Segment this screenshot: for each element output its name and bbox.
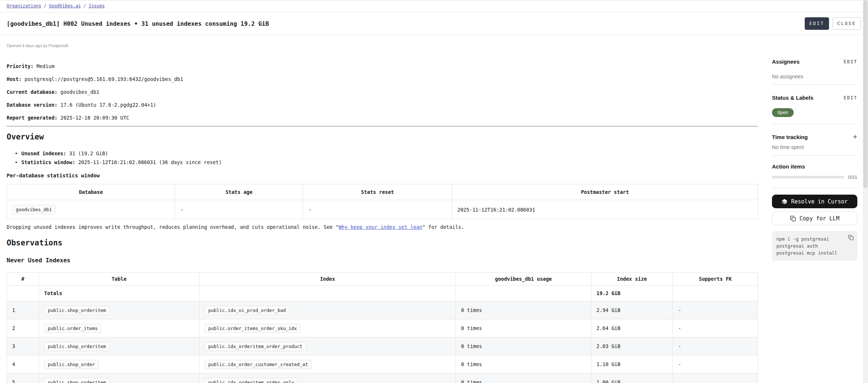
column-header-index-size: Index size [591, 273, 673, 286]
progress-bar [772, 176, 844, 178]
bullet-label: Unused indexes: [21, 150, 66, 156]
status-labels-edit-button[interactable]: EDIT [844, 95, 857, 100]
meta-label: Priority: [7, 63, 33, 69]
meta-value: goodvibes_db1 [60, 89, 99, 95]
time-tracking-section: Time tracking + No time spent [772, 124, 857, 156]
observations-heading: Observations [7, 238, 758, 248]
time-tracking-empty-text: No time spent [772, 144, 857, 150]
meta-report-generated: Report generated: 2025-12-18 20:09:30 UT… [7, 111, 758, 124]
column-header-index: Index [199, 273, 456, 286]
cell-number: 1 [7, 301, 39, 319]
close-button[interactable]: CLOSE [833, 17, 861, 30]
table-header-row: # Table Index goodvibes_db1 usage Index … [7, 273, 758, 286]
breadcrumb-separator: / [44, 3, 46, 8]
meta-host: Host: postgresql://postgres@5.161.69.193… [7, 73, 758, 86]
page-title: [goodvibes_db1] H002 Unused indexes • 31… [7, 20, 269, 27]
cell-usage: 0 times [456, 373, 591, 383]
column-header-postmaster-start: Postmaster start [452, 184, 758, 200]
cell-usage: 0 times [456, 355, 591, 373]
meta-priority: Priority: Medium [7, 60, 758, 73]
issue-page: Organizations/GoodVibes.ai/Issues [goodv… [0, 0, 868, 383]
cell-supports-fk [673, 286, 758, 301]
status-labels-section: Status & Labels EDIT Open [772, 85, 857, 124]
cell-totals-label: Totals [39, 286, 199, 301]
meta-label: Database version: [7, 102, 57, 108]
table-row: 3 public.shop_orderitem public.idx_order… [7, 337, 758, 355]
time-tracking-title: Time tracking [772, 134, 808, 140]
table-row: 5 public.shop_orderitem public.idx_order… [7, 373, 758, 383]
assignees-edit-button[interactable]: EDIT [844, 59, 857, 64]
cli-line: postgresai mcp install [776, 249, 853, 256]
add-time-icon[interactable]: + [853, 134, 857, 140]
breadcrumb-link-organizations[interactable]: Organizations [7, 3, 41, 8]
cli-snippet: npm i -g postgresai postgresai auth post… [772, 231, 857, 261]
code-chip: public.idx_oi_prod_order_bad [205, 306, 290, 315]
cell-postmaster-start: 2025-11-12T16:21:02.086031 [452, 200, 758, 219]
cell-supports-fk: - [673, 355, 758, 373]
totals-row: Totals 19.2 GiB [7, 286, 758, 301]
copy-icon [790, 216, 796, 221]
resolve-in-cursor-button[interactable]: Resolve in Cursor [772, 195, 857, 208]
overview-heading: Overview [7, 132, 758, 142]
breadcrumb-link-goodvibes[interactable]: GoodVibes.ai [49, 3, 81, 8]
assignees-title: Assignees [772, 58, 800, 65]
column-header-usage: goodvibes_db1 usage [456, 273, 591, 286]
breadcrumb-link-issues[interactable]: Issues [89, 3, 104, 8]
meta-value: 17.6 (Ubuntu 17.6-2.pgdg22.04+1) [60, 102, 156, 108]
code-chip: public.shop_orderitem [44, 342, 110, 351]
table-header-row: Database Stats age Stats reset Postmaste… [7, 184, 758, 200]
code-chip: public.idx_orderitem_order_only [205, 378, 298, 383]
breadcrumb-separator: / [84, 3, 86, 8]
code-chip: public.idx_order_customer_created_at [205, 360, 312, 369]
column-header-table: Table [39, 273, 199, 286]
bullet-value: 31 (19.2 GiB) [69, 150, 108, 156]
cell-supports-fk [673, 373, 758, 383]
cell-index: public.idx_orderitem_order_only [199, 373, 456, 383]
page-scrollbar[interactable] [863, 0, 868, 383]
code-chip: public.shop_order [44, 360, 99, 369]
code-chip: public.order_items [44, 324, 101, 333]
action-items-section: Action items 0/31 [772, 156, 857, 188]
cell-supports-fk: - [673, 337, 758, 355]
cell-index-size: 2.03 GiB [591, 337, 673, 355]
issue-body: Opened 4 days ago by PostgresAI Priority… [7, 35, 758, 383]
snippet-copy-icon[interactable] [848, 235, 854, 240]
bullet-label: Statistics window: [21, 159, 75, 165]
opened-meta: Opened 4 days ago by PostgresAI [7, 43, 758, 48]
overview-list: Unused indexes: 31 (19.2 GiB) Statistics… [7, 149, 758, 167]
cell-table: public.shop_orderitem [39, 373, 199, 383]
cell-index-size: 19.2 GiB [591, 286, 673, 301]
note-text: " for details. [422, 224, 464, 230]
cell-index-size: 1.10 GiB [591, 355, 673, 373]
cli-line: postgresai auth [776, 242, 853, 249]
cell-usage: 0 times [456, 319, 591, 337]
cell-table: public.shop_orderitem [39, 301, 199, 319]
cell-number [7, 286, 39, 301]
cell-stats-age: - [175, 200, 303, 219]
cell-index-size: 2.64 GiB [591, 319, 673, 337]
status-labels-title: Status & Labels [772, 95, 814, 101]
code-chip: goodvibes_db1 [12, 205, 56, 214]
per-database-stats-table: Database Stats age Stats reset Postmaste… [7, 184, 758, 219]
action-items-title: Action items [772, 163, 805, 170]
cell-table: public.shop_order [39, 355, 199, 373]
table-row: 1 public.shop_orderitem public.idx_oi_pr… [7, 301, 758, 319]
column-header-stats-age: Stats age [175, 184, 303, 200]
edit-button[interactable]: EDIT [805, 17, 829, 30]
meta-label: Host: [7, 76, 22, 82]
bullet-value: 2025-11-12T16:21:02.086031 (36 days sinc… [78, 159, 222, 165]
cell-number: 4 [7, 355, 39, 373]
meta-value: postgresql://postgres@5.161.69.193:6432/… [25, 76, 183, 82]
assignees-empty-text: No assignees [772, 74, 857, 79]
column-header-number: # [7, 273, 39, 286]
copy-button-label: Copy for LLM [800, 215, 839, 222]
cell-database: goodvibes_db1 [7, 200, 175, 219]
never-used-indexes-heading: Never Used Indexes [7, 257, 758, 263]
scrollbar-thumb[interactable] [863, 0, 868, 188]
status-badge: Open [772, 108, 794, 117]
cell-index: public.idx_oi_prod_order_bad [199, 301, 456, 319]
index-set-lean-link[interactable]: Why keep your index set lean [339, 224, 422, 230]
resolve-button-label: Resolve in Cursor [791, 198, 848, 205]
table-row: 2 public.order_items public.order_items_… [7, 319, 758, 337]
copy-for-llm-button[interactable]: Copy for LLM [772, 212, 857, 225]
